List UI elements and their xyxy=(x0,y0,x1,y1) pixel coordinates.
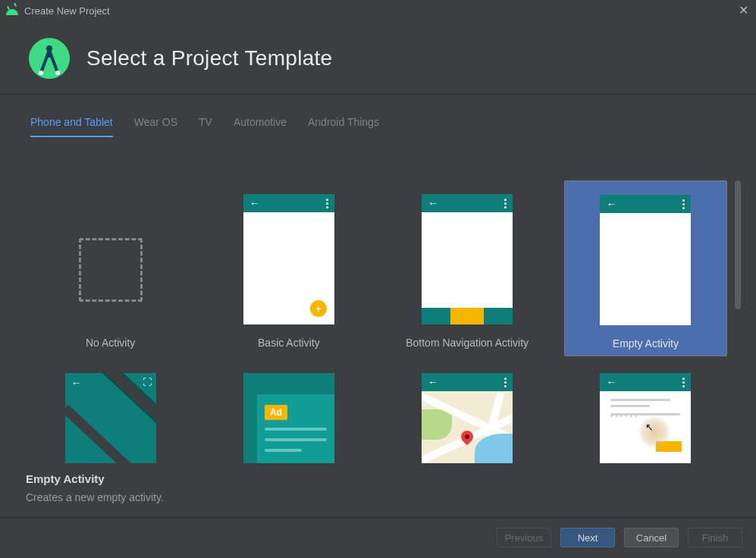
template-no-activity[interactable]: No Activity xyxy=(29,180,192,356)
more-icon xyxy=(682,199,685,209)
back-arrow-icon: ← xyxy=(249,197,260,209)
fullscreen-icon: ⛶ xyxy=(143,377,152,387)
back-arrow-icon: ← xyxy=(71,377,82,389)
more-icon xyxy=(504,199,507,208)
template-empty-activity[interactable]: ← Empty Activity xyxy=(564,180,727,356)
svg-rect-1 xyxy=(46,55,52,58)
map-pin-icon xyxy=(461,431,473,443)
category-tabs: Phone and Tablet Wear OS TV Automotive A… xyxy=(0,116,756,137)
scrollbar[interactable] xyxy=(735,180,741,309)
dialog-body: Select a Project Template Phone and Tabl… xyxy=(0,21,756,558)
template-admob-activity[interactable]: Ad Google AdMob Ads Activity xyxy=(207,368,370,463)
tab-wear-os[interactable]: Wear OS xyxy=(134,116,177,137)
more-icon xyxy=(326,199,328,208)
selection-description: Empty Activity Creates a new empty activ… xyxy=(26,472,164,503)
selected-template-title: Empty Activity xyxy=(26,472,164,485)
cancel-button[interactable]: Cancel xyxy=(624,528,679,547)
android-studio-logo-icon xyxy=(29,38,70,79)
template-bottom-navigation-activity[interactable]: ← Bottom Navigation Activity xyxy=(386,180,549,356)
template-thumbnail: ← • • • • • • ↖ xyxy=(600,373,691,463)
template-basic-activity[interactable]: ← + Basic Activity xyxy=(207,180,370,356)
header: Select a Project Template xyxy=(0,21,756,94)
divider xyxy=(0,94,756,95)
template-login-activity[interactable]: ← • • • • • • ↖ Login Activity xyxy=(564,368,727,463)
more-icon xyxy=(504,378,507,387)
cursor-icon: ↖ xyxy=(645,422,654,433)
next-button[interactable]: Next xyxy=(560,528,615,547)
svg-point-3 xyxy=(55,71,60,75)
template-thumbnail xyxy=(65,194,156,324)
close-icon[interactable]: ✕ xyxy=(739,3,748,17)
svg-point-2 xyxy=(39,71,43,75)
titlebar: Create New Project ✕ xyxy=(0,0,756,21)
more-icon xyxy=(682,378,685,387)
template-thumbnail: Ad xyxy=(243,373,334,463)
template-label: Basic Activity xyxy=(258,337,320,349)
tab-android-things[interactable]: Android Things xyxy=(308,116,379,137)
template-label: No Activity xyxy=(86,337,135,349)
selected-template-description: Creates a new empty activity. xyxy=(26,491,164,503)
template-label: Empty Activity xyxy=(613,337,679,350)
dialog-footer: Previous Next Cancel Finish xyxy=(497,528,742,547)
tab-phone-and-tablet[interactable]: Phone and Tablet xyxy=(30,116,113,137)
template-label: Bottom Navigation Activity xyxy=(406,337,529,349)
previous-button[interactable]: Previous xyxy=(497,528,551,547)
back-arrow-icon: ← xyxy=(428,197,438,209)
template-grid-scroll[interactable]: No Activity ← + Basic Activity ← xyxy=(23,180,733,463)
window-title: Create New Project xyxy=(24,5,110,17)
template-thumbnail: ← + xyxy=(243,194,334,324)
ad-badge: Ad xyxy=(265,405,287,420)
back-arrow-icon: ← xyxy=(606,198,616,210)
template-thumbnail: ← ⛶ xyxy=(65,373,156,463)
tab-tv[interactable]: TV xyxy=(199,116,212,137)
template-thumbnail: ← xyxy=(600,195,691,325)
template-google-maps-activity[interactable]: ← Google Maps Activity xyxy=(386,368,549,463)
page-title: Select a Project Template xyxy=(86,46,332,71)
template-fullscreen-activity[interactable]: ← ⛶ Fullscreen Activity xyxy=(29,368,192,463)
template-thumbnail: ← xyxy=(422,373,513,463)
fab-icon: + xyxy=(310,300,327,317)
template-thumbnail: ← xyxy=(422,194,513,324)
android-icon xyxy=(6,6,18,15)
back-arrow-icon: ← xyxy=(606,376,616,388)
back-arrow-icon: ← xyxy=(428,376,438,388)
finish-button[interactable]: Finish xyxy=(688,528,742,547)
tab-automotive[interactable]: Automotive xyxy=(234,116,287,137)
